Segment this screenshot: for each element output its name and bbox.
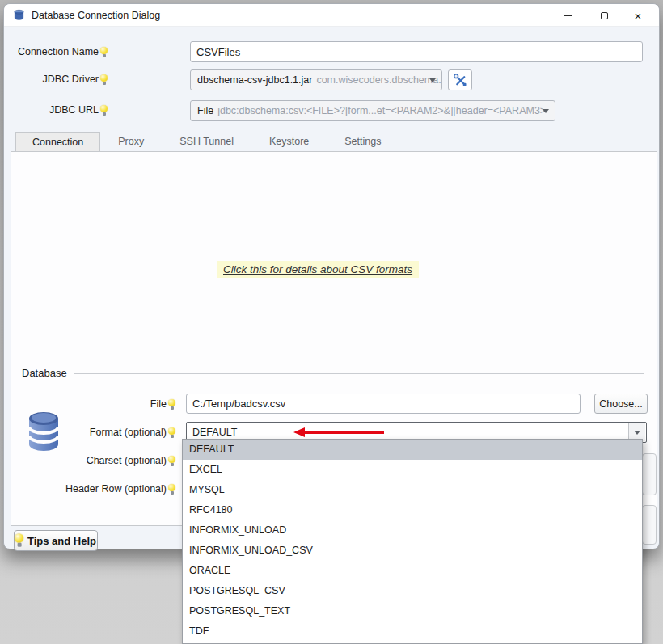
format-option[interactable]: DEFAULT <box>183 440 642 460</box>
format-option[interactable]: EXCEL <box>183 460 642 480</box>
tab-ssh-tunnel[interactable]: SSH Tunnel <box>162 132 251 151</box>
tab-connection[interactable]: Connection <box>15 132 100 151</box>
tab-bar: Connection Proxy SSH Tunnel Keystore Set… <box>15 132 399 151</box>
format-label: Format (optional) <box>4 423 175 442</box>
screen: Database Connection Dialog × Connection … <box>0 0 663 644</box>
jdbc-url-label: JDBC URL <box>4 100 108 120</box>
lightbulb-hint-icon <box>168 399 175 410</box>
driver-settings-button[interactable] <box>448 69 472 90</box>
tips-and-help-label: Tips and Help <box>27 535 96 547</box>
close-icon[interactable]: × <box>622 4 654 27</box>
connection-name-input[interactable] <box>190 41 643 62</box>
lightbulb-hint-icon <box>100 47 108 57</box>
csv-formats-link[interactable]: Click this for details about CSV formats <box>217 261 419 278</box>
format-option[interactable]: POSTGRESQL_TEXT <box>183 601 642 621</box>
dropdown-arrow-icon <box>543 109 549 113</box>
lightbulb-hint-icon <box>100 74 108 85</box>
url-template: jdbc:dbschema:csv:<FILE>?[form...et=<PAR… <box>217 105 546 116</box>
format-option[interactable]: INFORMIX_UNLOAD <box>183 520 642 541</box>
window-title: Database Connection Dialog <box>32 10 160 21</box>
red-left-arrow-annotation <box>305 431 384 434</box>
jdbc-url-combo[interactable]: File jdbc:dbschema:csv:<FILE>?[form...et… <box>190 100 555 121</box>
maximize-icon[interactable] <box>588 4 620 27</box>
database-app-icon <box>13 9 25 21</box>
tab-proxy[interactable]: Proxy <box>100 132 162 151</box>
lightbulb-hint-icon <box>168 456 175 466</box>
minimize-icon[interactable] <box>552 4 585 27</box>
choose-file-button[interactable]: Choose... <box>594 394 648 414</box>
dropdown-arrow-icon <box>429 78 436 82</box>
lightbulb-hint-icon <box>168 484 175 495</box>
tips-and-help-button[interactable]: Tips and Help <box>14 530 98 551</box>
url-prefix: File <box>197 105 213 116</box>
format-option[interactable]: ORACLE <box>183 561 642 581</box>
file-label: File <box>4 394 175 414</box>
partially-hidden-button[interactable] <box>642 453 657 495</box>
format-option[interactable]: MYSQL <box>183 480 642 500</box>
header-row-label: Header Row (optional) <box>4 479 175 499</box>
format-option[interactable]: TDF <box>183 621 642 642</box>
title-bar[interactable]: Database Connection Dialog × <box>4 4 659 27</box>
format-option[interactable]: INFORMIX_UNLOAD_CSV <box>183 541 642 561</box>
lightbulb-hint-icon <box>100 105 108 116</box>
format-value: DEFAULT <box>187 427 237 438</box>
format-option[interactable]: RFC4180 <box>183 500 642 520</box>
wrench-screwdriver-tools-icon <box>453 73 467 87</box>
tab-settings[interactable]: Settings <box>327 132 399 151</box>
lightbulb-hint-icon <box>168 427 175 438</box>
jdbc-driver-label: JDBC Driver <box>4 69 108 89</box>
group-divider <box>74 373 644 374</box>
driver-jar-name: dbschema-csv-jdbc1.1.jar <box>197 74 312 86</box>
partially-hidden-button[interactable] <box>642 505 657 545</box>
connection-name-label: Connection Name <box>4 42 108 61</box>
database-group-title: Database <box>22 367 67 379</box>
charset-label: Charset (optional) <box>4 451 175 470</box>
lightbulb-hint-icon <box>15 533 23 546</box>
jdbc-driver-combo[interactable]: dbschema-csv-jdbc1.1.jar com.wisecoders.… <box>190 69 442 90</box>
format-option[interactable]: POSTGRESQL_CSV <box>183 581 642 601</box>
driver-class-name: com.wisecoders.dbschema.csv.JdbcDriver <box>316 74 442 86</box>
tab-keystore[interactable]: Keystore <box>251 132 327 151</box>
file-path-input[interactable] <box>186 394 581 414</box>
format-dropdown-popup: DEFAULT EXCEL MYSQL RFC4180 INFORMIX_UNL… <box>182 439 643 644</box>
